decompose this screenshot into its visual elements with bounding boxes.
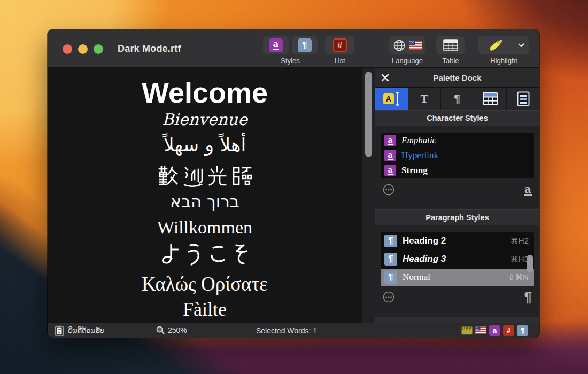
next-section-strip bbox=[375, 317, 539, 323]
style-row-heading2[interactable]: ¶ Heading 2 ⌘H2 bbox=[381, 232, 534, 250]
toolbar-group-language: Language bbox=[389, 36, 425, 65]
list-icon: # bbox=[333, 38, 347, 52]
document-scrollbar-thumb[interactable] bbox=[365, 72, 372, 157]
us-flag-icon bbox=[409, 41, 422, 50]
style-row-normal[interactable]: ¶ Normal ⇧⌘N bbox=[381, 269, 534, 286]
window-titlebar: Dark Mode.rtf a ¶ Styles # bbox=[48, 29, 539, 68]
tab-typography[interactable]: T bbox=[408, 88, 442, 110]
clipboard-icon[interactable] bbox=[55, 325, 64, 336]
doc-line-arabic: أهلاً و سهلاً bbox=[48, 134, 362, 155]
highlight-dropdown-button[interactable] bbox=[513, 36, 529, 54]
doc-line-german: Willkommen bbox=[48, 217, 362, 238]
sections-tab-icon bbox=[517, 91, 530, 106]
table-icon bbox=[443, 39, 458, 51]
paragraph-styles-list: ¶ Heading 2 ⌘H2 ¶ Heading 3 ⌘H3 ¶ Normal… bbox=[381, 232, 534, 286]
paragraph-tab-icon: ¶ bbox=[454, 92, 460, 106]
highlight-toolbar-label: Highlight bbox=[490, 57, 517, 65]
paragraph-style-icon: ¶ bbox=[384, 271, 397, 284]
tab-table[interactable] bbox=[474, 88, 507, 110]
status-bar: ຍິນດີຕ້ອນຮັບ 250% Selected Words: 1 bbox=[48, 323, 539, 338]
doc-line-gaelic: Fàilte bbox=[48, 299, 362, 321]
document-area[interactable]: Welcome Bienvenue أهلاً و سهلاً bbox=[48, 68, 362, 323]
table-toolbar-label: Table bbox=[442, 57, 459, 65]
tab-character-styles[interactable]: A bbox=[375, 88, 408, 110]
status-language-text[interactable]: ຍິນດີຕ້ອນຮັບ bbox=[68, 326, 104, 334]
palette-close-icon[interactable] bbox=[381, 74, 389, 82]
character-style-icon: a bbox=[384, 135, 396, 146]
paragraph-styles-footer: ¶ bbox=[375, 286, 539, 308]
list-toolbar-label: List bbox=[334, 57, 345, 65]
list-status-icon[interactable]: # bbox=[503, 325, 514, 336]
paragraph-style-icon: ¶ bbox=[298, 38, 312, 52]
doc-line-english: Welcome bbox=[48, 76, 362, 109]
status-icons: a # ¶ bbox=[461, 325, 528, 336]
document-scrollbar bbox=[362, 68, 375, 323]
style-row-heading3[interactable]: ¶ Heading 3 ⌘H3 bbox=[381, 251, 534, 268]
toolbar-group-highlight: Highlight bbox=[478, 36, 529, 65]
more-options-button[interactable] bbox=[383, 184, 394, 196]
language-flag-icon[interactable] bbox=[475, 325, 486, 336]
zoom-control[interactable]: 250% bbox=[156, 326, 187, 334]
paragraph-style-status-icon[interactable]: ¶ bbox=[517, 325, 528, 336]
paragraph-list-scrollbar-thumb[interactable] bbox=[527, 255, 533, 273]
paragraph-style-icon: ¶ bbox=[384, 253, 397, 266]
toolbar-group-styles: a ¶ Styles bbox=[263, 36, 318, 65]
ruler-icon[interactable] bbox=[461, 325, 473, 336]
character-style-status-icon[interactable]: a bbox=[489, 325, 500, 336]
character-style-icon: a bbox=[384, 150, 396, 161]
doc-line-hebrew: ברוך הבא bbox=[48, 192, 362, 212]
palette-tabs: A T ¶ bbox=[375, 88, 539, 110]
magnifier-icon bbox=[156, 326, 165, 334]
window-body: Welcome Bienvenue أهلاً و سهلاً bbox=[48, 68, 539, 323]
zoom-level: 250% bbox=[168, 326, 187, 334]
highlighter-icon bbox=[486, 37, 505, 53]
palette-dock-title: Palette Dock bbox=[433, 73, 481, 82]
globe-icon bbox=[393, 39, 406, 52]
close-window-button[interactable] bbox=[63, 44, 72, 54]
selected-words-count: Selected Words: 1 bbox=[256, 326, 317, 335]
table-button[interactable] bbox=[436, 36, 465, 54]
doc-line-chinese bbox=[48, 165, 362, 191]
character-style-button[interactable]: a bbox=[263, 36, 289, 54]
typography-tab-icon: T bbox=[421, 92, 429, 106]
character-styles-list: a Emphatic a Hyperlink a Strong bbox=[381, 133, 534, 178]
desktop-wallpaper: Dark Mode.rtf a ¶ Styles # bbox=[0, 0, 588, 374]
paragraph-style-button[interactable]: ¶ bbox=[292, 36, 318, 54]
text-cursor-icon bbox=[395, 92, 400, 106]
traffic-lights bbox=[63, 44, 103, 54]
tab-sections[interactable] bbox=[507, 88, 539, 110]
character-styles-header: Character Styles bbox=[375, 110, 539, 126]
more-options-button[interactable] bbox=[383, 291, 394, 303]
palette-dock: Palette Dock A T ¶ bbox=[375, 68, 539, 323]
paragraph-style-icon: ¶ bbox=[384, 235, 397, 247]
window-title: Dark Mode.rtf bbox=[118, 43, 181, 54]
character-palette-icon: A bbox=[383, 94, 394, 104]
chevron-down-icon bbox=[518, 43, 524, 48]
zoom-window-button[interactable] bbox=[94, 44, 103, 54]
toolbar-group-list: # List bbox=[325, 36, 354, 65]
character-styles-footer: a bbox=[375, 178, 539, 201]
new-character-style-button[interactable]: a bbox=[524, 184, 532, 196]
doc-line-japanese bbox=[48, 243, 362, 269]
toolbar-group-table: Table bbox=[436, 36, 465, 65]
highlight-button[interactable] bbox=[478, 36, 513, 54]
list-button[interactable]: # bbox=[325, 36, 354, 54]
character-style-icon: a bbox=[269, 38, 283, 52]
doc-line-greek: Καλώς Ορίσατε bbox=[48, 273, 362, 296]
app-window: Dark Mode.rtf a ¶ Styles # bbox=[48, 29, 539, 338]
language-toolbar-label: Language bbox=[392, 57, 423, 65]
tab-paragraph[interactable]: ¶ bbox=[441, 88, 474, 110]
palette-dock-header: Palette Dock bbox=[375, 68, 539, 88]
minimize-window-button[interactable] bbox=[78, 44, 88, 54]
doc-line-french: Bienvenue bbox=[48, 111, 362, 129]
new-paragraph-style-button[interactable]: ¶ bbox=[524, 290, 532, 304]
character-style-icon: a bbox=[384, 165, 396, 176]
language-button[interactable] bbox=[389, 36, 425, 54]
style-row-emphatic[interactable]: a Emphatic bbox=[381, 133, 534, 148]
style-row-hyperlink[interactable]: a Hyperlink bbox=[381, 148, 534, 163]
styles-toolbar-label: Styles bbox=[281, 57, 299, 65]
table-palette-icon bbox=[482, 92, 498, 106]
style-row-strong[interactable]: a Strong bbox=[381, 163, 534, 178]
paragraph-styles-header: Paragraph Styles bbox=[375, 209, 539, 225]
